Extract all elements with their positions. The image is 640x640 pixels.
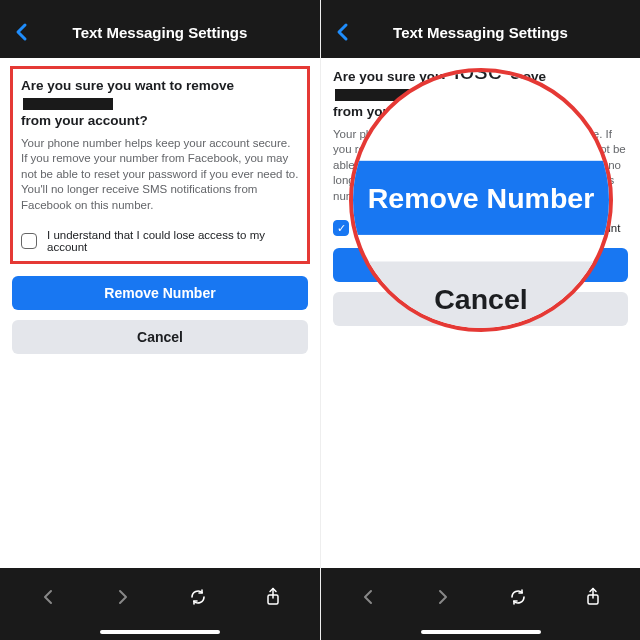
content-area: Are you sure you want to remove from you… <box>0 58 320 354</box>
header-bar: Text Messaging Settings <box>321 0 640 58</box>
warning-description: Your phone number helps keep your accoun… <box>21 136 299 214</box>
home-indicator[interactable] <box>421 630 541 634</box>
acknowledge-row[interactable]: I understand that I could lose access to… <box>21 229 299 253</box>
home-indicator[interactable] <box>100 630 220 634</box>
back-button[interactable] <box>14 22 30 42</box>
confirm-question: Are you sure you want to remove from you… <box>21 77 299 130</box>
share-icon <box>265 587 281 607</box>
share-button[interactable] <box>580 587 606 607</box>
chevron-left-icon <box>361 588 375 606</box>
bottom-toolbar <box>0 568 320 640</box>
checkbox-unchecked-icon[interactable] <box>21 233 37 249</box>
chevron-right-icon <box>436 588 450 606</box>
zoom-highlight-circle: could lose acces ✓ I u Remove Number Can… <box>349 68 613 332</box>
nav-back-button[interactable] <box>355 588 381 606</box>
nav-forward-button[interactable] <box>430 588 456 606</box>
back-button[interactable] <box>335 22 351 42</box>
redacted-number <box>23 98 113 110</box>
page-title: Text Messaging Settings <box>393 24 568 41</box>
acknowledge-label: I understand that I could lose access to… <box>47 229 299 253</box>
refresh-icon <box>509 588 527 606</box>
nav-forward-button[interactable] <box>110 588 136 606</box>
share-icon <box>585 587 601 607</box>
share-button[interactable] <box>260 587 286 607</box>
nav-back-button[interactable] <box>35 588 61 606</box>
cancel-button[interactable]: Cancel <box>12 320 308 354</box>
warning-box: Are you sure you want to remove from you… <box>10 66 310 264</box>
chevron-left-icon <box>14 22 30 42</box>
chevron-right-icon <box>116 588 130 606</box>
refresh-icon <box>189 588 207 606</box>
refresh-button[interactable] <box>505 588 531 606</box>
header-bar: Text Messaging Settings <box>0 0 320 58</box>
remove-number-button[interactable]: Remove Number <box>349 161 613 235</box>
bottom-toolbar <box>321 568 640 640</box>
remove-number-button[interactable]: Remove Number <box>12 276 308 310</box>
chevron-left-icon <box>335 22 351 42</box>
page-title: Text Messaging Settings <box>73 24 248 41</box>
checkbox-checked-icon[interactable]: ✓ <box>333 220 349 236</box>
chevron-left-icon <box>41 588 55 606</box>
refresh-button[interactable] <box>185 588 211 606</box>
